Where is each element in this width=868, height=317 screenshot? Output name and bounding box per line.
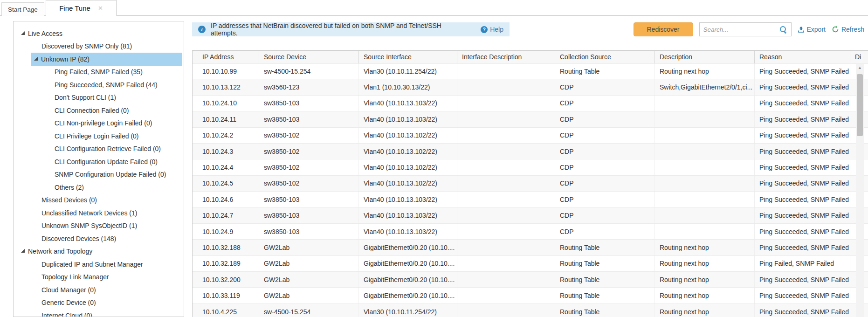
cell-reason: Ping Succeeded, SNMP Failed bbox=[755, 176, 850, 191]
tree-item[interactable]: CLI Connection Failed (0) bbox=[44, 104, 182, 117]
expanded-triangle-icon[interactable] bbox=[34, 57, 38, 61]
refresh-button[interactable]: Refresh bbox=[832, 26, 864, 33]
table-row[interactable]: 10.10.32.188GW2LabGigabitEthernet0/0.20 … bbox=[193, 240, 868, 255]
tree-item[interactable]: Don't Support CLI (1) bbox=[44, 91, 182, 104]
cell-interface-description bbox=[457, 63, 555, 79]
tree-item[interactable]: Internet Cloud (0) bbox=[31, 309, 182, 317]
table-row[interactable]: 10.10.24.10sw3850-103Vlan40 (10.10.13.10… bbox=[193, 96, 868, 111]
table-row[interactable]: 10.10.32.200GW2LabGigabitEthernet0/0.20 … bbox=[193, 272, 868, 288]
cell-interface-description bbox=[457, 176, 555, 191]
close-icon[interactable]: ✕ bbox=[98, 5, 103, 11]
tree-item[interactable]: Unknown SNMP SysObjectID (1) bbox=[31, 220, 182, 233]
table-row[interactable]: 10.10.33.119GW2LabGigabitEthernet0/0.20 … bbox=[193, 288, 868, 303]
table-row[interactable]: 10.10.4.225sw-4500-15.254Vlan30 (10.10.1… bbox=[193, 304, 868, 317]
tree-item[interactable]: CLI Non-privilege Login Failed (0) bbox=[44, 117, 182, 130]
help-icon: ? bbox=[481, 26, 488, 33]
column-header-description[interactable]: Description bbox=[655, 51, 755, 63]
cell-collection-source: CDP bbox=[555, 208, 655, 223]
tree-item[interactable]: CLI Privilege Login Failed (0) bbox=[44, 130, 182, 143]
expanded-triangle-icon[interactable] bbox=[21, 31, 25, 35]
scrollbar-thumb[interactable] bbox=[857, 74, 863, 136]
table-row[interactable]: 10.10.24.11sw3850-103Vlan40 (10.10.13.10… bbox=[193, 111, 868, 127]
scroll-up-arrow-icon[interactable]: ▲ bbox=[856, 64, 864, 71]
column-header-source-device[interactable]: Source Device bbox=[259, 51, 359, 63]
tree-item[interactable]: Discovered by SNMP Only (81) bbox=[31, 40, 182, 53]
tree-item[interactable]: Cloud Manager (0) bbox=[31, 283, 182, 296]
table-row[interactable]: 10.10.24.2sw3850-102Vlan40 (10.10.13.102… bbox=[193, 128, 868, 144]
cell-collection-source: CDP bbox=[555, 144, 655, 159]
cell-description bbox=[655, 144, 755, 159]
cell-source-interface: Vlan40 (10.10.13.102/22) bbox=[359, 128, 457, 143]
table-row[interactable]: 10.10.24.4sw3850-102Vlan40 (10.10.13.102… bbox=[193, 159, 868, 175]
tree-item[interactable]: Live Access bbox=[18, 27, 182, 40]
tree-item[interactable]: Ping Succeeded, SNMP Failed (44) bbox=[44, 78, 182, 91]
table-row[interactable]: 10.10.24.9sw3850-103Vlan40 (10.10.13.103… bbox=[193, 224, 868, 240]
column-header-collection-source[interactable]: Collection Source bbox=[555, 51, 655, 63]
tree-item-label: Internet Cloud (0) bbox=[41, 312, 92, 317]
cell-ip-address: 10.10.32.188 bbox=[193, 240, 259, 255]
search-input[interactable] bbox=[700, 26, 779, 33]
cell-reason: Ping Succeeded, SNMP Failed bbox=[755, 128, 850, 143]
tab-fine-tune[interactable]: Fine Tune ✕ bbox=[46, 0, 117, 16]
tree-item[interactable]: Generic Device (0) bbox=[31, 296, 182, 310]
column-header-ip-address[interactable]: IP Address bbox=[193, 51, 259, 63]
table-row[interactable]: 10.10.24.5sw3850-102Vlan40 (10.10.13.102… bbox=[193, 176, 868, 192]
tree-item-label: CLI Non-privilege Login Failed (0) bbox=[55, 119, 152, 127]
table-row[interactable]: 10.10.32.189GW2LabGigabitEthernet0/0.20 … bbox=[193, 256, 868, 272]
cell-reason: Ping Succeeded, SNMP Failed bbox=[755, 240, 850, 255]
tree-item[interactable]: Network and Topology bbox=[18, 245, 182, 258]
rediscover-button[interactable]: Rediscover bbox=[634, 22, 693, 36]
table-row[interactable]: 10.10.24.6sw3850-103Vlan40 (10.10.13.103… bbox=[193, 192, 868, 207]
column-header-source-interface[interactable]: Source Interface bbox=[359, 51, 457, 63]
table-row[interactable]: 10.10.13.122sw3560-123Vlan1 (10.10.30.13… bbox=[193, 79, 868, 95]
cell-collection-source: Routing Table bbox=[555, 63, 655, 79]
cell-source-interface: Vlan30 (10.10.11.254/22) bbox=[359, 304, 457, 317]
tree-item[interactable]: Ping Failed, SNMP Failed (35) bbox=[44, 66, 182, 79]
tab-start-page[interactable]: Start Page bbox=[1, 2, 44, 16]
sidebar-panel: Live AccessDiscovered by SNMP Only (81)U… bbox=[13, 21, 184, 317]
cell-reason: Ping Succeeded, SNMP Failed bbox=[755, 304, 850, 317]
help-link[interactable]: ? Help bbox=[481, 26, 503, 33]
cell-collection-source: Routing Table bbox=[555, 272, 655, 287]
cell-description bbox=[655, 96, 755, 111]
tree-item[interactable]: CLI Configuration Retrieve Failed (0) bbox=[44, 143, 182, 156]
cell-interface-description bbox=[457, 79, 555, 95]
vertical-scrollbar[interactable]: ▲ bbox=[856, 64, 864, 317]
tree-item[interactable]: Topology Link Manager bbox=[31, 271, 182, 284]
expanded-triangle-icon[interactable] bbox=[21, 249, 25, 253]
cell-source-interface: GigabitEthernet0/0.20 (10.10.... bbox=[359, 288, 457, 303]
table-row[interactable]: 10.10.24.3sw3850-102Vlan40 (10.10.13.102… bbox=[193, 144, 868, 159]
column-header-reason[interactable]: Reason bbox=[755, 51, 850, 63]
cell-source-interface: Vlan40 (10.10.13.103/22) bbox=[359, 208, 457, 223]
cell-reason: Ping Succeeded, SNMP Failed bbox=[755, 159, 850, 175]
info-icon: i bbox=[198, 26, 206, 33]
cell-source-interface: Vlan40 (10.10.13.102/22) bbox=[359, 144, 457, 159]
tree-item-label: Network and Topology bbox=[28, 248, 92, 255]
cell-description bbox=[655, 111, 755, 127]
cell-interface-description bbox=[457, 144, 555, 159]
search-box bbox=[699, 22, 792, 36]
tree-item-label: Topology Link Manager bbox=[41, 273, 109, 281]
cell-source-interface: Vlan40 (10.10.13.102/22) bbox=[359, 159, 457, 175]
export-button[interactable]: Export bbox=[798, 26, 826, 33]
tree-item[interactable]: CLI Configuration Update Failed (0) bbox=[44, 155, 182, 168]
tree-item[interactable]: Discovered Devices (148) bbox=[31, 232, 182, 245]
column-header-di[interactable]: Di bbox=[850, 51, 868, 63]
tree-item[interactable]: Unclassified Network Devices (1) bbox=[31, 207, 182, 220]
cell-source-interface: Vlan40 (10.10.13.103/22) bbox=[359, 224, 457, 239]
tree-item[interactable]: Unknown IP (82) bbox=[31, 53, 182, 66]
tree-item[interactable]: Duplicated IP and Subnet Manager bbox=[31, 258, 182, 271]
tree-item[interactable]: Missed Devices (0) bbox=[31, 194, 182, 207]
cell-source-device: sw3850-102 bbox=[259, 159, 359, 175]
cell-interface-description bbox=[457, 272, 555, 287]
table-row[interactable]: 10.10.24.7sw3850-103Vlan40 (10.10.13.103… bbox=[193, 208, 868, 224]
table-row[interactable]: 10.10.10.99sw-4500-15.254Vlan30 (10.10.1… bbox=[193, 63, 868, 79]
column-header-interface-description[interactable]: Interface Description bbox=[457, 51, 555, 63]
cell-collection-source: CDP bbox=[555, 159, 655, 175]
cell-ip-address: 10.10.33.119 bbox=[193, 288, 259, 303]
tree-item[interactable]: SNMP Configuration Update Failed (0) bbox=[44, 168, 182, 181]
cell-source-device: GW2Lab bbox=[259, 272, 359, 287]
tree-item-label: Missed Devices (0) bbox=[41, 196, 97, 204]
tree-item[interactable]: Others (2) bbox=[44, 181, 182, 194]
search-icon[interactable] bbox=[779, 26, 787, 34]
